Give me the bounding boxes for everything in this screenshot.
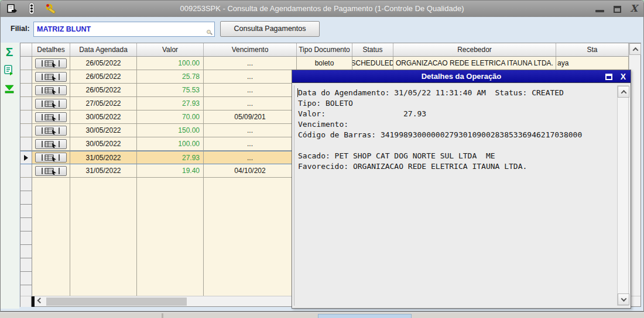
cell-vencimento: ... [204,151,297,164]
popup-vertical-scrollbar[interactable] [617,85,629,306]
popup-text: Data do Agendamento: 31/05/22 11:31:40 A… [298,88,616,172]
detalhes-button[interactable] [35,139,67,149]
cell-valor: 150.00 [137,124,204,137]
cell-valor: 19.40 [137,164,204,178]
cell-sta: aya [556,57,629,70]
header-data-agendada[interactable]: Data Agendada [70,43,137,56]
cell-data-agendada: 26/05/2022 [70,84,137,97]
cell-data-agendada: 30/05/2022 [70,124,137,137]
row-selector[interactable] [20,124,32,137]
cell-vencimento: ... [204,137,297,151]
popup-titlebar[interactable]: Detalhes da Operação X [292,70,631,83]
cell-valor: 70.00 [137,110,204,124]
main-titlebar: 009253SPK - Consulta de Agendamentos de … [1,1,643,17]
cell-vencimento: ... [204,124,297,137]
consulta-pagamentos-button[interactable]: Consulta Pagamentos [220,21,320,37]
detalhes-button[interactable] [35,99,67,109]
cell-valor: 100.00 [137,57,204,70]
popup-body: Data do Agendamento: 31/05/22 11:31:40 A… [294,85,616,306]
row-selector[interactable] [20,137,32,151]
detalhes-button[interactable] [35,153,67,163]
cell-data-agendada: 31/05/2022 [70,164,137,178]
cell-vencimento: ... [204,70,297,84]
header-recebedor[interactable]: Recebedor [393,43,556,56]
cell-vencimento: ... [204,57,297,70]
popup-title: Detalhes da Operação [292,72,631,81]
background-window-strip [0,312,644,318]
detalhes-button[interactable] [35,85,67,95]
popup-scroll-up-icon[interactable] [618,86,629,98]
cell-status: SCHEDULED [352,57,393,70]
cell-valor: 75.53 [137,84,204,97]
cell-valor: 100.00 [137,137,204,151]
cell-vencimento: 04/10/202 [204,164,297,178]
row-selector[interactable] [20,84,32,97]
header-sta-truncated[interactable]: Sta [556,43,629,56]
cell-vencimento: ... [204,84,297,97]
detalhes-button[interactable] [35,126,67,136]
text-caret [297,88,298,97]
popup-scroll-down-icon[interactable] [618,293,629,305]
current-row-arrow-icon [24,155,28,161]
header-tipo-documento[interactable]: Tipo Documento [297,43,352,56]
export-grid-icon[interactable] [1,63,18,78]
detalhes-button[interactable] [35,166,67,176]
cell-data-agendada: 30/05/2022 [70,137,137,151]
close-button[interactable]: X [631,4,638,14]
detalhes-button[interactable] [35,58,67,68]
scroll-up-icon[interactable] [629,43,641,55]
filial-input[interactable] [33,22,215,37]
row-selector[interactable] [20,57,32,70]
cell-recebedor: ORGANIZACAO REDE ELETRICA ITAUNA LTDA. [393,57,556,70]
maximize-button[interactable] [614,6,621,13]
cell-vencimento: ... [204,97,297,110]
detalhes-button[interactable] [35,112,67,122]
popup-maximize-button[interactable] [605,74,612,80]
search-icon [207,30,212,35]
cell-valor: 25.78 [137,70,204,84]
cell-valor: 27.93 [137,97,204,110]
row-selector[interactable] [20,151,32,164]
cell-data-agendada: 27/05/2022 [70,97,137,110]
grid-header-row: Detalhes Data Agendada Valor Vencimento … [20,43,640,57]
cell-data-agendada: 26/05/2022 [70,70,137,84]
cell-valor: 27.93 [137,151,204,164]
cell-vencimento: 05/09/201 [204,110,297,124]
popup-close-button[interactable]: X [621,72,626,81]
detalhes-button[interactable] [35,72,67,82]
window-title: 009253SPK - Consulta de Agendamentos de … [1,4,643,13]
row-selector[interactable] [20,110,32,124]
header-status[interactable]: Status [352,43,393,56]
main-window: 009253SPK - Consulta de Agendamentos de … [0,0,644,312]
filter-bar: Filial: Consulta Pagamentos [1,20,643,38]
cell-data-agendada: 26/05/2022 [70,57,137,70]
row-selector[interactable] [20,164,32,178]
cell-tipo-documento: boleto [297,57,352,70]
filial-label: Filial: [11,25,30,33]
row-selector[interactable] [20,97,32,110]
detalhes-popup: Detalhes da Operação X Data do Agendamen… [292,70,631,309]
header-valor[interactable]: Valor [137,43,204,56]
scroll-thumb[interactable] [46,298,187,306]
table-row[interactable]: 26/05/2022 100.00 ... boleto SCHEDULED O… [20,57,640,70]
go-to-bottom-icon[interactable] [1,82,18,97]
cell-data-agendada: 30/05/2022 [70,110,137,124]
header-vencimento[interactable]: Vencimento [204,43,297,56]
header-detalhes[interactable]: Detalhes [32,43,70,56]
sum-icon[interactable]: Σ [1,44,18,60]
row-selector[interactable] [20,70,32,84]
minimize-button[interactable] [595,10,604,12]
header-selector [20,43,32,56]
scroll-left-icon[interactable] [35,297,45,306]
side-toolbar: Σ [1,43,19,309]
cell-data-agendada: 31/05/2022 [70,151,137,164]
